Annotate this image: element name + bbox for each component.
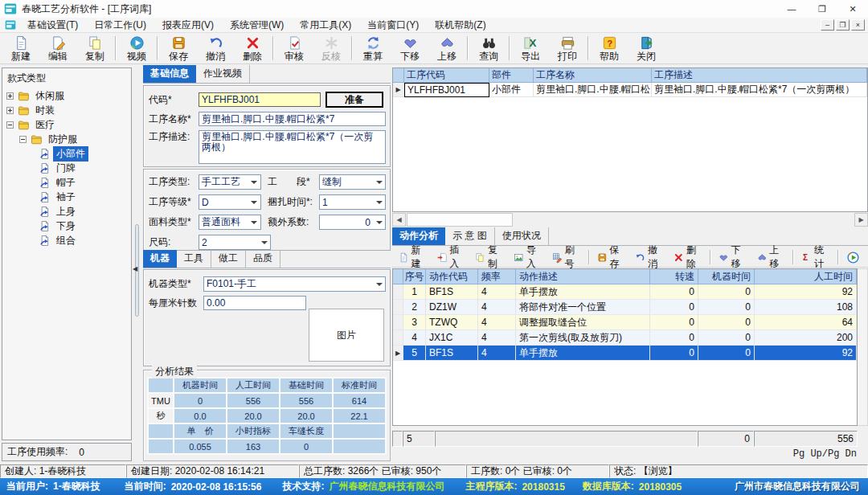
action-import-button[interactable]: 导入 [509, 248, 547, 266]
tab-quality[interactable]: 品质 [246, 250, 280, 268]
action-renumber-button[interactable]: 刷号 [547, 248, 586, 266]
action-row[interactable]: 2DZ1W4将部件对准一个位置00108 [393, 300, 857, 315]
tree-item[interactable]: 帽子 [6, 175, 131, 190]
expander-minus-icon[interactable] [6, 121, 14, 129]
new-button[interactable]: 新建 [2, 34, 39, 63]
close-module-button[interactable]: 关闭 [628, 34, 665, 63]
collapse-left-icon[interactable]: ◀ [133, 265, 137, 272]
restore-button[interactable]: ❐ [807, 0, 837, 18]
tree-item-selected[interactable]: 小部件 [6, 146, 131, 161]
action-statistics-button[interactable]: 统计 [796, 248, 835, 266]
tree-item[interactable]: 休闲服 [6, 88, 131, 103]
tab-action-analysis[interactable]: 动作分析 [392, 227, 445, 245]
tab-machine[interactable]: 机器 [143, 250, 177, 268]
print-button[interactable]: 打印 [549, 34, 586, 63]
action-new-button[interactable]: 新建 [394, 248, 432, 266]
col-action-code[interactable]: 动作代码 [426, 269, 478, 284]
cell-component[interactable]: 小部件 [489, 83, 534, 97]
tab-operation-video[interactable]: 作业视频 [196, 65, 250, 83]
tab-tool[interactable]: 工具 [177, 250, 211, 268]
process-type-select[interactable]: 手工工艺 [199, 174, 261, 190]
export-button[interactable]: 导出 [512, 34, 549, 63]
mdi-close-button[interactable]: × [851, 19, 865, 31]
tree-item[interactable]: 下身 [6, 219, 131, 233]
ready-button[interactable]: 准备 [326, 92, 383, 108]
process-name-input[interactable] [199, 112, 386, 126]
cell-process-name[interactable]: 剪里袖口.脚口.中腰.帽口松紧*7 [534, 83, 652, 97]
tab-basic-info[interactable]: 基础信息 [143, 65, 196, 83]
expander-plus-icon[interactable] [6, 92, 14, 100]
action-save-button[interactable]: 保存 [592, 248, 631, 266]
delete-button[interactable]: 删除 [234, 34, 271, 63]
audit-button[interactable]: 审核 [276, 34, 313, 63]
tree-item[interactable]: 医疗 [6, 117, 131, 132]
action-undo-button[interactable]: 撤消 [630, 248, 669, 266]
menu-daily-work[interactable]: 日常工作(U) [86, 18, 154, 32]
col-process-name[interactable]: 工序名称 [534, 68, 652, 83]
action-row-selected[interactable]: 5BF1S4单手摆放0092 [393, 346, 857, 361]
col-action-desc[interactable]: 动作描述 [516, 269, 650, 284]
move-down-button[interactable]: 下移 [391, 34, 428, 63]
edit-button[interactable]: 编辑 [39, 34, 76, 63]
tree-item[interactable]: 时装 [6, 103, 131, 117]
action-play-button[interactable] [841, 248, 865, 266]
cell-process-code[interactable]: YLFHFBJ001 [404, 83, 489, 97]
tab-usage-status[interactable]: 使用状况 [495, 227, 549, 245]
col-process-code[interactable]: 工序代码 [404, 68, 489, 83]
menu-current-window[interactable]: 当前窗口(Y) [359, 18, 427, 32]
col-frequency[interactable]: 频率 [478, 269, 516, 284]
stitches-per-cm-input[interactable] [203, 296, 306, 310]
undo-button[interactable]: 撤消 [197, 34, 234, 63]
process-level-select[interactable]: D [199, 194, 261, 210]
action-row[interactable]: 1BF1S4单手摆放0092 [393, 284, 857, 300]
action-row[interactable]: 4JX1C4第一次剪线(取及放剪刀)00200 [393, 330, 857, 346]
scrollbar-thumb[interactable] [407, 213, 513, 227]
col-component[interactable]: 部件 [489, 68, 534, 83]
bundle-time-select[interactable]: 1 [319, 194, 386, 210]
save-button[interactable]: 保存 [160, 34, 197, 63]
cell-process-desc[interactable]: 剪里袖口.脚口.中腰.帽口松紧*7（一次剪两根） [652, 83, 867, 97]
code-input[interactable] [199, 92, 321, 107]
vertical-scrollbar[interactable] [858, 268, 868, 426]
copy-button[interactable]: 复制 [76, 34, 113, 63]
expander-plus-icon[interactable] [6, 107, 14, 114]
col-machine-time[interactable]: 机器时间 [698, 269, 755, 284]
tree-item[interactable]: 组合 [6, 233, 131, 248]
tree-item[interactable]: 防护服 [6, 132, 131, 146]
machine-type-select[interactable]: F0101-手工 [203, 276, 386, 292]
tab-diagram[interactable]: 示 意 图 [445, 227, 495, 245]
video-button[interactable]: 视频 [118, 34, 155, 63]
menu-reports[interactable]: 报表应用(V) [154, 18, 222, 32]
col-process-desc[interactable]: 工序描述 [652, 68, 867, 83]
menu-online-help[interactable]: 联机帮助(Z) [427, 18, 493, 32]
menu-system-management[interactable]: 系统管理(W) [222, 18, 292, 32]
tree-item[interactable]: 门牌 [6, 161, 131, 175]
action-row[interactable]: 3TZWQ4调整握取缝合位0064 [393, 315, 857, 330]
stage-select[interactable]: 缝制 [319, 174, 386, 190]
expander-minus-icon[interactable] [19, 136, 27, 143]
tree-item[interactable]: 上身 [6, 204, 131, 219]
mdi-minimize-button[interactable]: – [821, 19, 834, 31]
help-button[interactable]: 帮助 [591, 34, 628, 63]
scroll-left-icon[interactable]: ◀ [392, 213, 406, 227]
panel-splitter[interactable]: ◀ [133, 68, 142, 461]
col-labor-time[interactable]: 人工时间 [755, 269, 857, 284]
menu-basic-settings[interactable]: 基础设置(T) [19, 18, 86, 32]
query-button[interactable]: 查询 [470, 34, 507, 63]
size-select[interactable]: 2 [199, 235, 271, 250]
mdi-restore-button[interactable]: ❐ [836, 19, 850, 31]
action-move-up-button[interactable]: 上移 [752, 248, 791, 266]
col-seq[interactable]: 序号 [403, 269, 426, 284]
process-desc-input[interactable]: 剪里袖口.脚口.中腰.帽口松紧*7（一次剪两根） [199, 130, 386, 164]
minimize-button[interactable]: — [776, 0, 807, 18]
action-insert-button[interactable]: 插入 [432, 248, 471, 266]
fabric-type-select[interactable]: 普通面料 [199, 215, 261, 230]
horizontal-scrollbar[interactable]: ◀ ▶ [392, 213, 868, 227]
action-move-down-button[interactable]: 下移 [714, 248, 752, 266]
process-table-row[interactable]: YLFHFBJ001 小部件 剪里袖口.脚口.中腰.帽口松紧*7 剪里袖口.脚口… [393, 83, 867, 97]
action-copy-button[interactable]: 复制 [470, 248, 509, 266]
menu-common-tools[interactable]: 常用工具(X) [292, 18, 359, 32]
close-button[interactable]: ✕ [837, 0, 868, 18]
move-up-button[interactable]: 上移 [428, 34, 465, 63]
extra-factor-select[interactable]: 0 [319, 215, 386, 230]
